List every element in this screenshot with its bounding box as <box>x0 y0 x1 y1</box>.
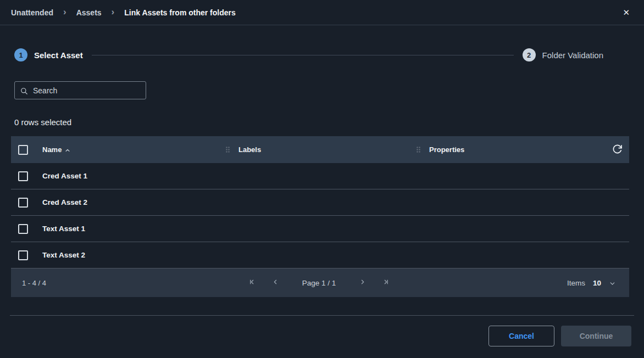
asset-name: Cred Asset 1 <box>42 172 87 180</box>
table-row[interactable]: Cred Asset 2 <box>11 189 629 216</box>
close-icon: ✕ <box>623 8 630 17</box>
step-1-label: Select Asset <box>34 51 83 60</box>
row-checkbox[interactable] <box>18 250 28 260</box>
drag-handle-icon[interactable] <box>225 146 230 153</box>
asset-name: Text Asset 1 <box>42 225 85 233</box>
search-box[interactable] <box>14 81 146 99</box>
first-page-button[interactable] <box>247 277 257 288</box>
refresh-button[interactable] <box>611 143 624 157</box>
step-2-badge: 2 <box>523 48 536 61</box>
column-header-name[interactable]: Name <box>42 146 225 154</box>
prev-page-icon <box>272 278 279 287</box>
pagination-range: 1 - 4 / 4 <box>22 279 247 287</box>
next-page-icon <box>359 278 366 287</box>
breadcrumb: Unattended › Assets › Link Assets from o… <box>11 7 619 18</box>
select-all-checkbox[interactable] <box>18 145 28 155</box>
step-select-asset[interactable]: 1 Select Asset <box>14 48 83 61</box>
search-input[interactable] <box>33 86 140 95</box>
footer-divider <box>10 315 634 316</box>
column-name-label: Name <box>42 146 62 154</box>
items-per-page-select[interactable]: 10 <box>593 279 616 287</box>
last-page-button[interactable] <box>381 277 391 288</box>
next-page-button[interactable] <box>358 277 367 288</box>
asset-name: Text Asset 2 <box>42 251 85 259</box>
row-checkbox[interactable] <box>18 198 28 208</box>
page-indicator: Page 1 / 1 <box>302 279 336 287</box>
step-1-badge: 1 <box>14 48 27 61</box>
chevron-right-icon: › <box>63 7 66 18</box>
sort-asc-icon <box>65 148 70 153</box>
dialog-header: Unattended › Assets › Link Assets from o… <box>0 0 644 25</box>
table-row[interactable]: Text Asset 1 <box>11 216 629 242</box>
step-folder-validation[interactable]: 2 Folder Validation <box>523 48 603 61</box>
row-checkbox[interactable] <box>18 171 28 181</box>
items-per-page-label: Items <box>567 279 585 287</box>
prev-page-button[interactable] <box>271 277 280 288</box>
stepper: 1 Select Asset 2 Folder Validation <box>14 48 603 61</box>
column-header-labels[interactable]: Labels <box>225 146 416 154</box>
asset-name: Cred Asset 2 <box>42 198 87 206</box>
table-header-row: Name Labels Properties <box>11 136 629 163</box>
pagination-bar: 1 - 4 / 4 Page 1 / 1 <box>11 268 629 297</box>
table-row[interactable]: Cred Asset 1 <box>11 163 629 189</box>
selection-status: 0 rows selected <box>14 118 644 127</box>
close-button[interactable]: ✕ <box>619 6 633 19</box>
footer-actions: Cancel Continue <box>0 326 631 346</box>
items-per-page-value: 10 <box>593 279 601 287</box>
table-row[interactable]: Text Asset 2 <box>11 242 629 268</box>
chevron-down-icon <box>609 280 616 287</box>
breadcrumb-item-unattended[interactable]: Unattended <box>11 8 53 17</box>
search-icon <box>20 87 28 95</box>
column-header-properties[interactable]: Properties <box>416 146 605 154</box>
step-2-label: Folder Validation <box>542 51 603 60</box>
column-labels-label: Labels <box>238 146 261 154</box>
cancel-button[interactable]: Cancel <box>488 326 554 346</box>
refresh-icon <box>612 144 623 156</box>
column-properties-label: Properties <box>429 146 464 154</box>
drag-handle-icon[interactable] <box>416 146 421 153</box>
stepper-connector-line <box>92 55 514 55</box>
last-page-icon <box>382 278 390 287</box>
assets-table: Name Labels Properties Cr <box>11 136 629 297</box>
chevron-right-icon: › <box>112 7 115 18</box>
row-checkbox[interactable] <box>18 224 28 234</box>
first-page-icon <box>248 278 256 287</box>
breadcrumb-current-page: Link Assets from other folders <box>124 8 236 17</box>
breadcrumb-item-assets[interactable]: Assets <box>76 8 102 17</box>
continue-button[interactable]: Continue <box>561 326 631 346</box>
